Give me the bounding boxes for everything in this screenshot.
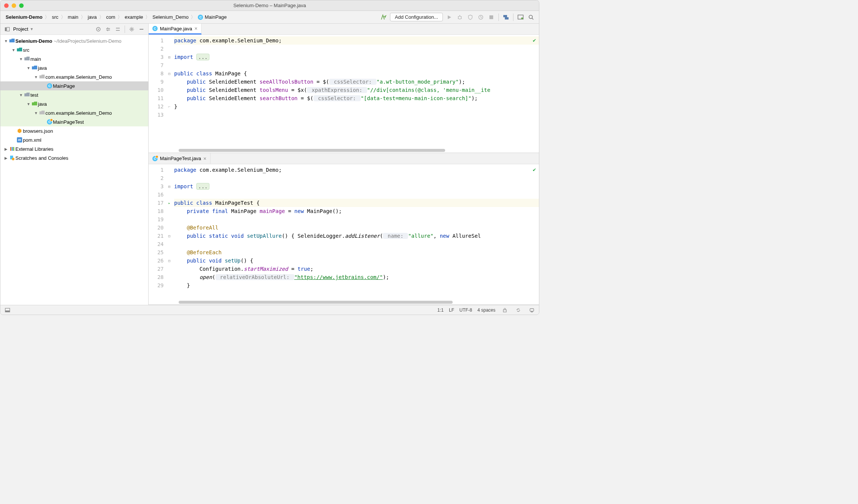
indent-config[interactable]: 4 spaces xyxy=(477,308,495,313)
chevron-down-icon[interactable]: ▼ xyxy=(18,93,24,97)
tree-item-browsers-json[interactable]: browsers.json xyxy=(0,126,148,135)
horizontal-scrollbar[interactable] xyxy=(149,300,539,304)
locate-icon[interactable] xyxy=(95,26,102,33)
code-editor[interactable]: ✔ 1 2 3 7 8 9 10 11 12 13 ⊞ ⊟ xyxy=(149,35,539,148)
sync-icon[interactable] xyxy=(514,306,522,314)
hide-icon[interactable] xyxy=(138,26,145,33)
tree-item-test[interactable]: ▼ test xyxy=(0,90,148,99)
fold-collapse-icon[interactable]: ⊟ xyxy=(167,232,172,240)
gear-icon[interactable] xyxy=(128,26,135,33)
window-title: Selenium-Demo – MainPage.java xyxy=(233,3,306,8)
chevron-down-icon[interactable]: ▼ xyxy=(33,111,39,115)
breadcrumb-item[interactable]: Selenium_Demo xyxy=(151,14,190,21)
breadcrumb-item[interactable]: main xyxy=(66,14,80,21)
fold-collapse-icon[interactable]: ⊟ xyxy=(167,69,172,78)
expand-all-icon[interactable] xyxy=(104,26,112,33)
breadcrumb-item[interactable]: example xyxy=(123,14,145,21)
breadcrumb-item[interactable]: src xyxy=(50,14,60,21)
inspection-ok-icon[interactable]: ✔ xyxy=(533,166,536,172)
chevron-right-icon[interactable]: ▶ xyxy=(3,156,9,160)
tree-label: Selenium-Demo xyxy=(15,38,52,44)
add-configuration-button[interactable]: Add Configuration... xyxy=(390,13,443,21)
editor-tab[interactable]: C MainPageTest.java × xyxy=(149,153,211,164)
tree-item-src[interactable]: ▼ src xyxy=(0,45,148,54)
tree-item-main[interactable]: ▼ main xyxy=(0,54,148,63)
breadcrumb-item[interactable]: Selenium-Demo xyxy=(4,14,44,21)
fold-expand-icon[interactable]: ⊞ xyxy=(167,182,172,190)
breadcrumb-item[interactable]: C MainPage xyxy=(196,14,228,21)
java-class-icon: C xyxy=(198,15,203,20)
toolbar-actions: Add Configuration... xyxy=(379,13,535,21)
stop-icon[interactable] xyxy=(487,13,495,21)
svg-rect-8 xyxy=(5,27,6,31)
code-content[interactable]: package com.example.Selenium_Demo; impor… xyxy=(172,35,539,148)
profile-icon[interactable] xyxy=(477,13,485,21)
chevron-down-icon[interactable]: ▼ xyxy=(18,57,24,61)
chevron-right-icon: 〉 xyxy=(145,14,150,21)
tree-item-package[interactable]: ▼ com.example.Selenium_Demo xyxy=(0,72,148,81)
svg-rect-9 xyxy=(7,27,9,31)
build-icon[interactable] xyxy=(379,13,388,21)
tree-item-java[interactable]: ▼ java xyxy=(0,63,148,72)
toolbar-divider xyxy=(125,26,125,33)
collapse-all-icon[interactable] xyxy=(114,26,122,33)
debug-icon[interactable] xyxy=(456,13,464,21)
code-content[interactable]: package com.example.Selenium_Demo; impor… xyxy=(172,164,539,300)
tree-item-test-package[interactable]: ▼ com.example.Selenium_Demo xyxy=(0,108,148,117)
breadcrumb-item[interactable]: com xyxy=(105,14,117,21)
svg-rect-15 xyxy=(13,147,14,151)
caret-position[interactable]: 1:1 xyxy=(437,308,444,313)
tree-item-test-java[interactable]: ▼ java xyxy=(0,99,148,108)
svg-point-7 xyxy=(529,15,533,18)
project-toolwindow-title[interactable]: Project ▼ xyxy=(13,26,92,32)
chevron-down-icon[interactable]: ▼ xyxy=(26,102,31,106)
tab-label: MainPageTest.java xyxy=(160,156,201,161)
editor-tabs: C MainPage.java × xyxy=(149,24,539,35)
svg-rect-19 xyxy=(5,310,10,312)
minimize-window-button[interactable] xyxy=(12,3,16,8)
run-icon[interactable] xyxy=(445,13,453,21)
horizontal-scrollbar[interactable] xyxy=(149,148,539,153)
tree-item-scratches[interactable]: ▶ Scratches and Consoles xyxy=(0,153,148,162)
fold-collapse-icon[interactable]: ⊟ xyxy=(167,256,172,265)
fold-expand-icon[interactable]: ⊞ xyxy=(167,53,172,61)
fold-end-icon[interactable]: ⌐ xyxy=(167,102,172,111)
chevron-right-icon[interactable]: ▶ xyxy=(3,147,9,151)
tree-item-mainpage[interactable]: C MainPage xyxy=(0,81,148,90)
tree-item-external-libs[interactable]: ▶ External Libraries xyxy=(0,144,148,153)
tree-root[interactable]: ▼ Selenium-Demo ~/IdeaProjects/Selenium-… xyxy=(0,36,148,45)
code-editor[interactable]: ✔ 1 2 3 16 17 18 19 20 21 24 25 26 27 28 xyxy=(149,164,539,300)
lock-icon[interactable] xyxy=(501,306,509,314)
status-bar: 1:1 LF UTF-8 4 spaces xyxy=(0,305,539,315)
folder-icon xyxy=(24,57,30,61)
search-icon[interactable] xyxy=(527,13,535,21)
fold-column[interactable]: ⊞ ⊟ ⌐ xyxy=(167,35,172,148)
coverage-icon[interactable] xyxy=(466,13,474,21)
line-gutter[interactable]: 1 2 3 16 17 18 19 20 21 24 25 26 27 28 2… xyxy=(149,164,167,300)
tree-path: ~/IdeaProjects/Selenium-Demo xyxy=(54,38,121,44)
project-structure-icon[interactable] xyxy=(502,13,510,21)
line-separator[interactable]: LF xyxy=(449,308,454,313)
tree-item-pom[interactable]: m pom.xml xyxy=(0,135,148,144)
project-tree[interactable]: ▼ Selenium-Demo ~/IdeaProjects/Selenium-… xyxy=(0,35,148,305)
run-gutter-icon[interactable]: ▸ xyxy=(167,199,172,207)
file-encoding[interactable]: UTF-8 xyxy=(459,308,472,313)
close-window-button[interactable] xyxy=(4,3,9,8)
breadcrumb-item[interactable]: java xyxy=(86,14,98,21)
chevron-down-icon[interactable]: ▼ xyxy=(26,66,31,70)
close-icon[interactable]: × xyxy=(203,156,206,162)
close-icon[interactable]: × xyxy=(194,26,197,32)
chevron-down-icon[interactable]: ▼ xyxy=(11,48,16,52)
line-gutter[interactable]: 1 2 3 7 8 9 10 11 12 13 xyxy=(149,35,167,148)
chevron-down-icon[interactable]: ▼ xyxy=(33,75,39,79)
project-view-icon[interactable] xyxy=(3,26,11,33)
maximize-window-button[interactable] xyxy=(19,3,24,8)
tree-item-mainpagetest[interactable]: C MainPageTest xyxy=(0,117,148,126)
toolwindow-icon[interactable] xyxy=(3,306,12,314)
selenium-icon[interactable] xyxy=(516,13,525,21)
chevron-down-icon[interactable]: ▼ xyxy=(3,39,9,43)
inspection-ok-icon[interactable]: ✔ xyxy=(533,37,536,43)
notifications-icon[interactable] xyxy=(528,306,536,314)
editor-tab[interactable]: C MainPage.java × xyxy=(149,24,202,34)
fold-column[interactable]: ⊞ ▸ ⊟ ⊟ xyxy=(167,164,172,300)
